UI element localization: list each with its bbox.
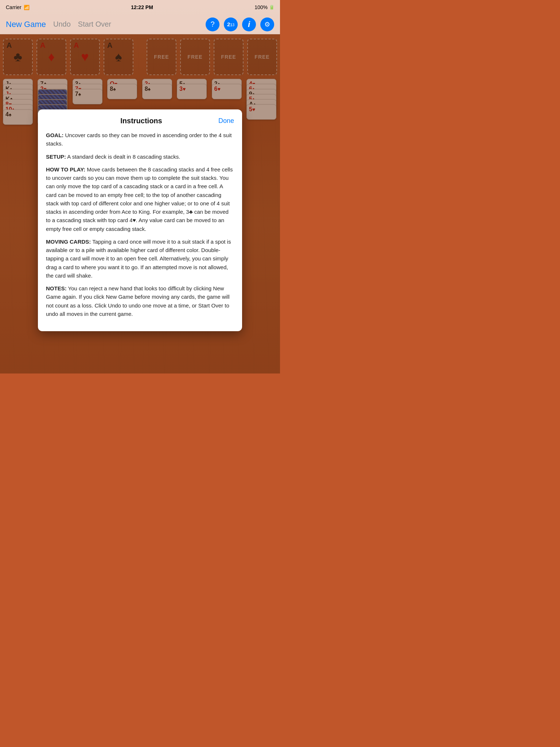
nav-left: New Game Undo Start Over <box>6 20 206 29</box>
modal-body: GOAL: Uncover cards so they can be moved… <box>46 131 234 318</box>
goal-paragraph: GOAL: Uncover cards so they can be moved… <box>46 131 234 148</box>
modal-header: Instructions Done <box>46 117 234 125</box>
settings-button[interactable]: ⚙ <box>260 18 274 31</box>
help-button[interactable]: ? <box>206 18 219 31</box>
wifi-icon: 📶 <box>24 5 30 10</box>
goal-label: GOAL: <box>46 132 63 138</box>
setup-label: SETUP: <box>46 154 66 160</box>
notes-text: You can reject a new hand that looks too… <box>46 285 230 317</box>
notes-paragraph: NOTES: You can reject a new hand that lo… <box>46 284 234 318</box>
setup-text: A standard deck is dealt in 8 cascading … <box>66 154 180 160</box>
time-label: 12:22 PM <box>131 4 153 10</box>
start-over-button[interactable]: Start Over <box>78 20 111 28</box>
undo-button[interactable]: Undo <box>53 20 71 28</box>
score-button[interactable]: 213 <box>224 18 238 31</box>
info-button[interactable]: i <box>242 18 256 31</box>
battery-label: 100% <box>254 4 268 10</box>
status-bar: Carrier 📶 12:22 PM 100% 🔋 <box>0 0 280 15</box>
status-left: Carrier 📶 <box>6 4 30 10</box>
movingcards-paragraph: MOVING CARDS: Tapping a card once will m… <box>46 237 234 280</box>
modal-title: Instructions <box>64 117 218 125</box>
movingcards-label: MOVING CARDS: <box>46 239 91 245</box>
setup-paragraph: SETUP: A standard deck is dealt in 8 cas… <box>46 152 234 161</box>
goal-text: Uncover cards so they can be moved in as… <box>46 132 232 147</box>
carrier-label: Carrier <box>6 4 22 10</box>
nav-bar: New Game Undo Start Over ? 213 i ⚙ <box>0 15 280 34</box>
battery-icon: 🔋 <box>269 5 274 10</box>
howtoplay-paragraph: HOW TO PLAY: Move cards between the 8 ca… <box>46 165 234 233</box>
nav-right: ? 213 i ⚙ <box>206 18 274 31</box>
status-right: 100% 🔋 <box>254 4 274 10</box>
instructions-modal: Instructions Done GOAL: Uncover cards so… <box>38 109 242 331</box>
notes-label: NOTES: <box>46 285 67 291</box>
new-game-button[interactable]: New Game <box>6 20 46 29</box>
done-button[interactable]: Done <box>218 117 234 125</box>
howtoplay-text: Move cards between the 8 cascading stack… <box>46 166 233 232</box>
howtoplay-label: HOW TO PLAY: <box>46 166 85 173</box>
